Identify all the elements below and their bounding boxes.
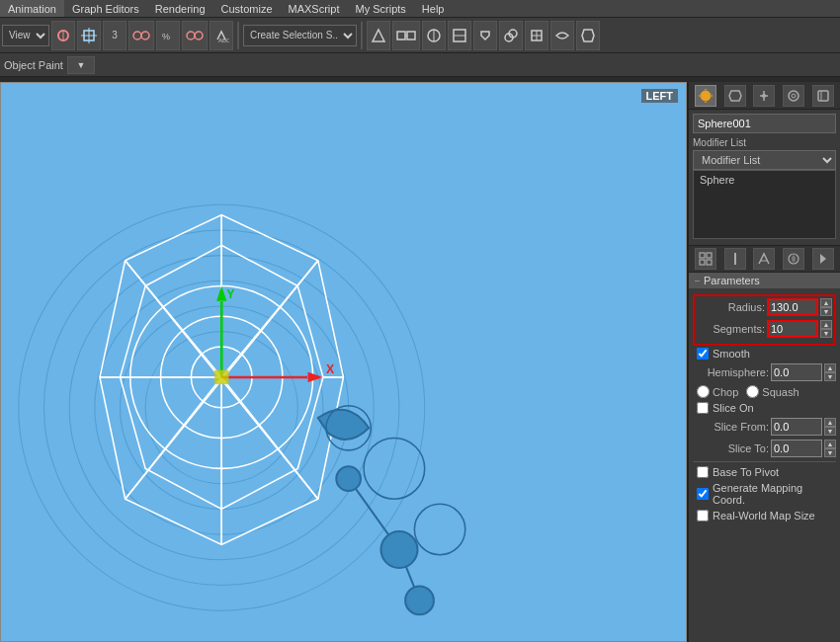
toolbar-btn-5[interactable] [182,21,208,50]
toolbar-btn-8[interactable] [392,21,420,50]
generate-mapping-checkbox[interactable] [697,488,709,500]
panel-tab-hierarchy[interactable] [753,85,775,107]
menu-graph-editors[interactable]: Graph Editors [64,0,147,17]
segments-input[interactable] [767,320,818,338]
toolbar-btn-13[interactable] [525,21,548,50]
slice-from-up[interactable]: ▲ [824,418,836,427]
second-tabs [689,245,840,273]
panel-tab-motion[interactable] [783,85,804,107]
menu-customize[interactable]: Customize [213,0,281,17]
svg-marker-81 [820,254,826,264]
menu-animation[interactable]: Animation [0,0,64,17]
base-to-pivot-row: Base To Pivot [693,466,836,478]
hemisphere-up[interactable]: ▲ [824,363,836,372]
parameters-title: Parameters [704,275,760,286]
toolbar-btn-15[interactable] [576,21,600,50]
svg-point-56 [336,466,361,491]
slice-to-input[interactable] [771,440,822,457]
smooth-row: Smooth [693,348,836,360]
radius-label: Radius: [697,301,765,313]
hemisphere-row: Hemisphere: ▲ ▼ [693,363,836,381]
svg-point-69 [762,94,766,98]
slice-to-label: Slice To: [693,442,769,454]
svg-text:%: % [162,32,170,41]
toolbar-btn-2[interactable] [77,21,101,50]
menu-maxscript[interactable]: MAXScript [281,0,348,17]
toolbar-divider-2 [361,22,363,49]
svg-point-62 [701,91,711,101]
hemisphere-label: Hemisphere: [693,366,769,378]
svg-line-44 [126,377,222,499]
slice-from-row: Slice From: ▲ ▼ [693,418,836,436]
toolbar-btn-10[interactable] [448,21,471,50]
segments-label: Segments: [697,323,765,335]
svg-marker-50 [308,372,323,382]
modifier-list-select[interactable]: Modifier List [693,150,836,170]
slice-to-up[interactable]: ▲ [824,440,836,448]
number-3-label: 3 [103,21,126,50]
radius-up[interactable]: ▲ [820,298,832,307]
toolbar-btn-12[interactable] [499,21,523,50]
modifier-list: Modifier List Modifier List Sphere [693,137,836,243]
toolbar-btn-3[interactable] [128,21,154,50]
chop-radio[interactable] [697,385,710,398]
svg-point-70 [789,91,798,101]
menu-help[interactable]: Help [414,0,453,17]
second-tab-1[interactable] [695,248,716,270]
parameters-header[interactable]: – Parameters [689,273,840,288]
toolbar-btn-14[interactable] [550,21,574,50]
hemisphere-input[interactable] [771,363,822,381]
panel-tab-display[interactable] [695,85,716,107]
params-content: Radius: ▲ ▼ Segments: ▲ ▼ [689,288,840,529]
second-tab-3[interactable] [753,248,775,270]
svg-text:Y: Y [226,287,235,301]
segments-down[interactable]: ▼ [820,329,832,338]
smooth-checkbox[interactable] [697,348,709,360]
objectpaint-button[interactable]: ▼ [67,56,95,74]
svg-text:ABC: ABC [218,38,229,43]
menubar: Animation Graph Editors Rendering Custom… [0,0,840,18]
slice-from-down[interactable]: ▼ [824,427,836,436]
panel-tab-modify[interactable] [724,85,746,107]
slice-from-spinner: ▲ ▼ [824,418,836,436]
radius-input[interactable] [767,298,818,316]
radius-row: Radius: ▲ ▼ [697,298,832,316]
panel-tab-display2[interactable] [812,85,834,107]
modifier-sphere[interactable]: Sphere [694,171,835,189]
second-tab-4[interactable] [783,248,804,270]
view-select[interactable]: View [2,25,49,46]
object-name-input[interactable] [693,114,836,133]
svg-marker-11 [373,30,384,41]
svg-line-42 [221,377,318,499]
real-world-checkbox[interactable] [697,510,709,522]
second-tab-5[interactable] [812,248,834,270]
viewport[interactable]: LEFT [0,82,687,642]
svg-point-9 [195,32,203,40]
slice-on-label: Slice On [713,402,754,414]
toolbar-btn-9[interactable] [422,21,446,50]
svg-point-71 [792,94,796,98]
slice-to-down[interactable]: ▼ [824,448,836,457]
svg-line-40 [221,261,318,377]
svg-point-5 [133,32,141,40]
create-selection-select[interactable]: Create Selection S... [243,25,357,46]
segments-up[interactable]: ▲ [820,320,832,329]
radius-down[interactable]: ▼ [820,307,832,316]
base-to-pivot-checkbox[interactable] [697,466,709,478]
menu-rendering[interactable]: Rendering [147,0,213,17]
menu-my-scripts[interactable]: My Scripts [348,0,414,17]
real-world-row: Real-World Map Size [693,510,836,522]
slice-from-input[interactable] [771,418,822,436]
hemisphere-down[interactable]: ▼ [824,372,836,381]
toolbar-btn-1[interactable] [51,21,75,50]
slice-on-checkbox[interactable] [697,402,709,414]
toolbar-btn-7[interactable] [367,21,390,50]
svg-point-57 [381,531,418,568]
svg-point-8 [187,32,195,40]
toolbar-btn-6[interactable]: ABC [210,21,233,50]
squash-radio[interactable] [746,385,759,398]
toolbar-btn-4[interactable]: % [156,21,180,50]
second-tab-2[interactable] [724,248,746,270]
toolbar-btn-11[interactable] [473,21,497,50]
slice-from-label: Slice From: [693,421,769,433]
